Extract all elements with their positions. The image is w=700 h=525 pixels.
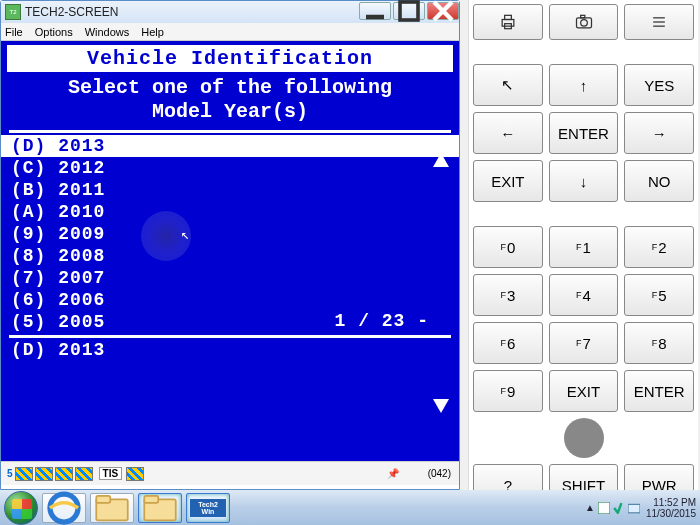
svg-rect-18 xyxy=(598,502,610,514)
status-count: (042) xyxy=(428,468,451,479)
scroll-down-icon[interactable] xyxy=(433,399,449,413)
f6-button[interactable]: F6 xyxy=(473,322,543,364)
list-item[interactable]: (B) 2011 xyxy=(1,179,459,201)
down-button[interactable]: ↓ xyxy=(549,160,619,202)
app-window: T2 TECH2-SCREEN File Options Windows Hel… xyxy=(0,0,460,490)
svg-rect-17 xyxy=(144,495,158,502)
screen-subheader: Select one of the following Model Year(s… xyxy=(1,76,459,124)
close-button[interactable] xyxy=(427,2,459,20)
list-item[interactable]: (9) 2009 xyxy=(1,223,459,245)
svg-point-13 xyxy=(50,494,78,522)
list-item[interactable]: (6) 2006 xyxy=(1,289,459,311)
diag-button[interactable]: ↖ xyxy=(473,64,543,106)
menu-windows[interactable]: Windows xyxy=(85,26,130,38)
statusbar: 5 TIS 📌 (042) xyxy=(1,461,459,485)
svg-rect-15 xyxy=(96,495,110,502)
svg-rect-9 xyxy=(580,15,584,18)
f5-button[interactable]: F5 xyxy=(624,274,694,316)
list-item[interactable]: (8) 2008 xyxy=(1,245,459,267)
minimize-button[interactable] xyxy=(359,2,391,20)
exit-button[interactable]: EXIT xyxy=(473,160,543,202)
svg-rect-1 xyxy=(400,2,418,20)
start-button[interactable] xyxy=(4,491,38,525)
list-item[interactable]: (7) 2007 xyxy=(1,267,459,289)
keypad: ↖ ↑ YES ← ENTER → EXIT ↓ NO F0 F1 F2 F3 … xyxy=(468,0,698,490)
up-button[interactable]: ↑ xyxy=(549,64,619,106)
menu-help[interactable]: Help xyxy=(141,26,164,38)
model-year-list: (D) 2013(C) 2012(B) 2011(A) 2010(9) 2009… xyxy=(1,135,459,333)
taskbar: Tech2 Win ▲ 11:52 PM 11/30/2015 xyxy=(0,490,700,525)
f3-button[interactable]: F3 xyxy=(473,274,543,316)
menu-file[interactable]: File xyxy=(5,26,23,38)
svg-rect-19 xyxy=(628,504,640,512)
scroll-up-icon[interactable] xyxy=(433,153,449,167)
pin-icon[interactable]: 📌 xyxy=(387,468,399,479)
no-button[interactable]: NO xyxy=(624,160,694,202)
f9-button[interactable]: F9 xyxy=(473,370,543,412)
right-button[interactable]: → xyxy=(624,112,694,154)
clock-time: 11:52 PM xyxy=(646,497,696,508)
f2-button[interactable]: F2 xyxy=(624,226,694,268)
list-item[interactable]: (C) 2012 xyxy=(1,157,459,179)
tray-flag-icon[interactable]: ▲ xyxy=(585,502,595,513)
app-icon: T2 xyxy=(5,4,21,20)
menu-options[interactable]: Options xyxy=(35,26,73,38)
titlebar[interactable]: T2 TECH2-SCREEN xyxy=(1,1,459,23)
taskbar-explorer-icon[interactable] xyxy=(90,493,134,523)
menubar: File Options Windows Help xyxy=(1,23,459,41)
f8-button[interactable]: F8 xyxy=(624,322,694,364)
system-tray[interactable]: ▲ 11:52 PM 11/30/2015 xyxy=(585,497,696,519)
f1-button[interactable]: F1 xyxy=(549,226,619,268)
left-button[interactable]: ← xyxy=(473,112,543,154)
maximize-button[interactable] xyxy=(393,2,425,20)
taskbar-ie-icon[interactable] xyxy=(42,493,86,523)
window-title: TECH2-SCREEN xyxy=(25,5,357,19)
taskbar-tech2win[interactable]: Tech2 Win xyxy=(186,493,230,523)
list-button[interactable] xyxy=(624,4,694,40)
f0-button[interactable]: F0 xyxy=(473,226,543,268)
yes-button[interactable]: YES xyxy=(624,64,694,106)
f4-button[interactable]: F4 xyxy=(549,274,619,316)
svg-rect-5 xyxy=(504,15,511,19)
list-item[interactable]: (D) 2013 xyxy=(1,135,459,157)
f-enter-button[interactable]: ENTER xyxy=(624,370,694,412)
device-screen: Vehicle Identification Select one of the… xyxy=(1,41,459,461)
clock-date: 11/30/2015 xyxy=(646,508,696,519)
screen-header: Vehicle Identification xyxy=(7,45,453,72)
f-exit-button[interactable]: EXIT xyxy=(549,370,619,412)
list-item[interactable]: (A) 2010 xyxy=(1,201,459,223)
joystick-icon[interactable] xyxy=(564,418,604,458)
taskbar-explorer-open[interactable] xyxy=(138,493,182,523)
svg-rect-4 xyxy=(502,20,514,27)
enter-button[interactable]: ENTER xyxy=(549,112,619,154)
camera-button[interactable] xyxy=(549,4,619,40)
print-button[interactable] xyxy=(473,4,543,40)
svg-point-8 xyxy=(580,20,587,27)
f7-button[interactable]: F7 xyxy=(549,322,619,364)
footer-selection: (D) 2013 xyxy=(1,338,459,362)
